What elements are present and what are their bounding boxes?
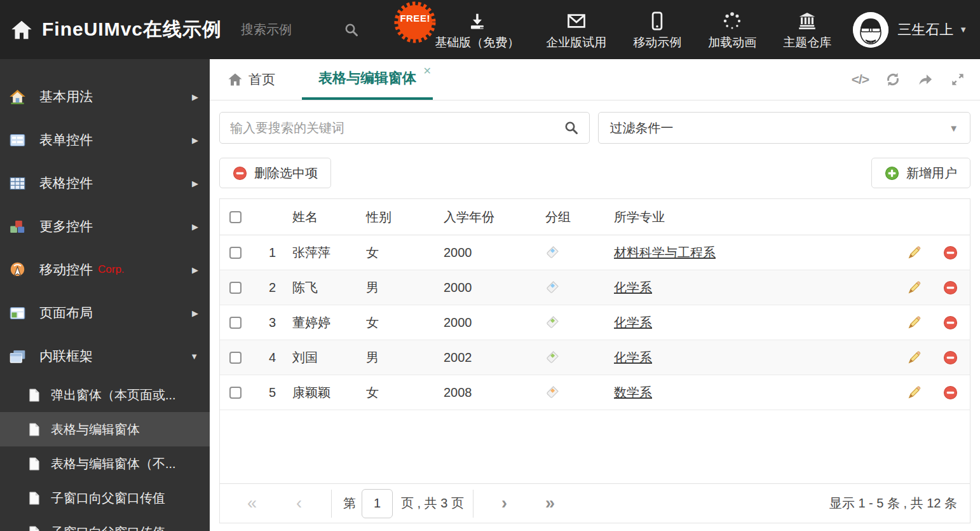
sidebar-subitem-popup-window[interactable]: 弹出窗体（本页面或... bbox=[0, 378, 210, 412]
row-checkbox[interactable] bbox=[229, 387, 242, 399]
nav-label: 移动示例 bbox=[633, 34, 681, 51]
nav-item-basic-free[interactable]: FREE! 基础版（免费） bbox=[435, 9, 519, 51]
major-link[interactable]: 化学系 bbox=[614, 280, 652, 294]
prev-page-icon[interactable]: ‹ bbox=[296, 495, 302, 512]
expand-icon[interactable] bbox=[949, 71, 966, 88]
row-checkbox[interactable] bbox=[229, 317, 242, 329]
delete-row-icon[interactable] bbox=[943, 350, 958, 365]
layout-icon bbox=[9, 305, 26, 322]
edit-pencil-icon[interactable] bbox=[907, 385, 922, 400]
tag-icon bbox=[545, 350, 559, 364]
keyword-search[interactable] bbox=[219, 112, 590, 144]
delete-row-icon[interactable] bbox=[943, 245, 958, 260]
delete-row-icon[interactable] bbox=[943, 280, 958, 295]
sidebar-submenu: 弹出窗体（本页面或... 表格与编辑窗体 表格与编辑窗体（不... 子窗口向父窗… bbox=[0, 378, 210, 531]
tab-home[interactable]: 首页 bbox=[228, 59, 275, 100]
edit-pencil-icon[interactable] bbox=[907, 315, 922, 330]
row-checkbox[interactable] bbox=[229, 247, 242, 259]
caret-down-icon: ▼ bbox=[949, 123, 958, 134]
sidebar-item-inline-frame[interactable]: 内联框架 ▼ bbox=[0, 334, 210, 378]
page-number-input[interactable] bbox=[362, 489, 393, 518]
edit-pencil-icon[interactable] bbox=[907, 245, 922, 260]
grid-toolbar: 删除选中项 新增用户 bbox=[219, 158, 970, 188]
major-link[interactable]: 数学系 bbox=[614, 385, 652, 399]
home-icon bbox=[9, 88, 26, 106]
cubes-icon bbox=[9, 218, 26, 235]
source-code-icon[interactable]: </> bbox=[852, 72, 869, 87]
nav-item-mobile-demo[interactable]: 移动示例 bbox=[633, 9, 681, 51]
share-icon[interactable] bbox=[917, 71, 934, 88]
sidebar-item-more-controls[interactable]: 更多控件 ▶ bbox=[0, 205, 210, 248]
user-menu[interactable]: 三生石上 ▼ bbox=[853, 12, 967, 48]
col-header-gender[interactable]: 性别 bbox=[360, 209, 435, 226]
bank-icon bbox=[798, 9, 817, 31]
sidebar-subitem-grid-edit-window-2[interactable]: 表格与编辑窗体（不... bbox=[0, 446, 210, 481]
arrow-right-icon: ▶ bbox=[192, 265, 198, 275]
brand[interactable]: FineUIMvc在线示例 bbox=[0, 17, 222, 43]
search-icon[interactable] bbox=[564, 120, 579, 135]
col-header-group[interactable]: 分组 bbox=[531, 209, 590, 226]
page-icon bbox=[27, 388, 41, 403]
cell-gender: 女 bbox=[360, 384, 435, 401]
cell-name: 刘国 bbox=[276, 349, 360, 366]
sidebar-item-form-controls[interactable]: 表单控件 ▶ bbox=[0, 118, 210, 162]
page-prefix: 第 bbox=[343, 495, 356, 512]
edit-pencil-icon[interactable] bbox=[907, 280, 922, 295]
tag-icon bbox=[545, 315, 559, 329]
header-search-input[interactable] bbox=[241, 22, 336, 37]
form-icon bbox=[9, 132, 26, 149]
keyword-search-input[interactable] bbox=[230, 121, 564, 135]
edit-pencil-icon[interactable] bbox=[907, 350, 922, 365]
delete-selected-button[interactable]: 删除选中项 bbox=[219, 158, 331, 188]
last-page-icon[interactable]: » bbox=[545, 495, 555, 512]
delete-row-icon[interactable] bbox=[943, 315, 958, 330]
caret-down-icon: ▼ bbox=[190, 352, 198, 361]
header-search[interactable] bbox=[241, 22, 359, 38]
nav-label: 加载动画 bbox=[708, 34, 756, 51]
page-icon bbox=[27, 457, 41, 471]
plus-circle-icon bbox=[885, 166, 899, 181]
select-all-checkbox[interactable] bbox=[229, 211, 242, 223]
nav-item-theme-repo[interactable]: 主题仓库 bbox=[783, 9, 831, 51]
delete-row-icon[interactable] bbox=[943, 385, 958, 400]
cell-year: 2000 bbox=[435, 315, 531, 330]
sidebar-item-basic-usage[interactable]: 基本用法 ▶ bbox=[0, 75, 210, 118]
sidebar-subitem-child-to-parent-2[interactable]: 子窗口向父窗口传值... bbox=[0, 515, 210, 531]
sidebar-subitem-grid-edit-window[interactable]: 表格与编辑窗体 bbox=[0, 412, 210, 446]
tab-close-icon[interactable]: ✕ bbox=[423, 65, 432, 77]
home-icon bbox=[228, 72, 243, 87]
next-page-icon[interactable]: › bbox=[501, 495, 507, 512]
col-header-major[interactable]: 所学专业 bbox=[590, 209, 897, 226]
cell-name: 张萍萍 bbox=[276, 244, 360, 261]
row-checkbox[interactable] bbox=[229, 282, 242, 294]
table-row: 5 康颖颖 女 2008 数学系 bbox=[220, 375, 970, 410]
row-checkbox[interactable] bbox=[229, 352, 242, 364]
col-header-name[interactable]: 姓名 bbox=[276, 209, 360, 226]
major-link[interactable]: 材料科学与工程系 bbox=[614, 245, 716, 259]
sidebar-item-mobile-controls[interactable]: 移动控件 Corp. ▶ bbox=[0, 248, 210, 291]
tag-icon bbox=[545, 385, 559, 399]
pagination-summary: 显示 1 - 5 条 , 共 12 条 bbox=[829, 495, 970, 512]
download-icon bbox=[468, 9, 487, 31]
filter-dropdown[interactable]: 过滤条件一 ▼ bbox=[598, 112, 971, 144]
tab-grid-edit-window[interactable]: 表格与编辑窗体 ✕ bbox=[302, 59, 433, 100]
search-icon[interactable] bbox=[344, 22, 359, 38]
table-row: 1 张萍萍 女 2000 材料科学与工程系 bbox=[220, 235, 970, 270]
sidebar-item-grid-controls[interactable]: 表格控件 ▶ bbox=[0, 162, 210, 205]
col-header-year[interactable]: 入学年份 bbox=[435, 209, 531, 226]
refresh-icon[interactable] bbox=[885, 71, 901, 88]
filter-dropdown-value: 过滤条件一 bbox=[610, 120, 674, 137]
add-user-button[interactable]: 新增用户 bbox=[871, 158, 970, 188]
arrow-right-icon: ▶ bbox=[192, 135, 198, 145]
major-link[interactable]: 化学系 bbox=[614, 315, 652, 329]
sidebar-subitem-child-to-parent[interactable]: 子窗口向父窗口传值 bbox=[0, 481, 210, 515]
page-icon bbox=[27, 422, 41, 437]
cell-gender: 女 bbox=[360, 244, 435, 261]
major-link[interactable]: 化学系 bbox=[614, 350, 652, 364]
page-suffix: 页 , 共 3 页 bbox=[401, 495, 464, 512]
first-page-icon[interactable]: « bbox=[247, 495, 257, 512]
nav-item-enterprise-trial[interactable]: 企业版试用 bbox=[546, 9, 606, 51]
nav-item-loading-anim[interactable]: 加载动画 bbox=[708, 9, 756, 51]
sidebar-item-page-layout[interactable]: 页面布局 ▶ bbox=[0, 291, 210, 334]
grid-empty-space bbox=[220, 410, 970, 483]
